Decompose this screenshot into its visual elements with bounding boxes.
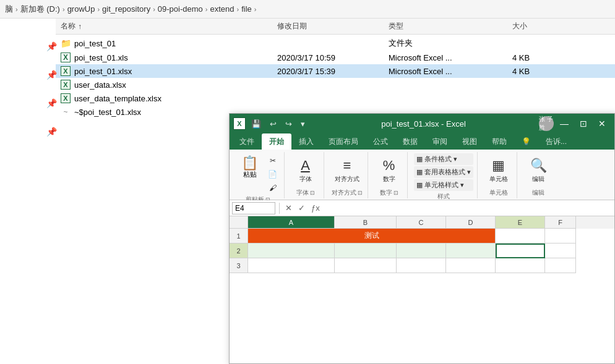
cell-f1[interactable] <box>545 229 576 243</box>
col-type[interactable]: 类型 <box>389 21 512 32</box>
editing-button[interactable]: 🔍 编辑 <box>525 155 552 186</box>
col-size[interactable]: 大小 <box>512 21 574 32</box>
cut-button[interactable]: ✂ <box>265 154 280 167</box>
tab-tell[interactable]: 告诉... <box>538 133 574 150</box>
cell-e2[interactable] <box>496 243 545 258</box>
paste-side-buttons: ✂ 📄 🖌 <box>265 153 280 194</box>
cell-b3[interactable] <box>335 258 397 273</box>
number-button[interactable]: % 数字 <box>376 155 403 186</box>
file-row-user-data[interactable]: X user_data.xlsx <box>56 78 615 91</box>
cell-a1[interactable]: 测试 <box>248 229 496 243</box>
col-header-f[interactable]: F <box>545 216 576 229</box>
file-row-xls[interactable]: X poi_test_01.xls 2020/3/17 10:59 Micros… <box>56 51 615 64</box>
tab-data[interactable]: 数据 <box>395 133 425 150</box>
redo-btn[interactable]: ↪ <box>282 118 295 130</box>
xlsx-icon: X <box>61 66 71 76</box>
copy-button[interactable]: 📄 <box>265 168 280 180</box>
row-header-3[interactable]: 3 <box>230 258 248 273</box>
breadcrumb-sep-2: › <box>62 6 65 13</box>
alignment-group-label: 对齐方式 ⊡ <box>332 188 363 197</box>
tab-view[interactable]: 视图 <box>455 133 484 150</box>
cell-style-button[interactable]: ▦ 单元格样式 ▾ <box>414 179 473 191</box>
tab-file[interactable]: 文件 <box>232 133 262 150</box>
tab-home[interactable]: 开始 <box>262 133 291 150</box>
tab-light[interactable]: 💡 <box>514 133 538 150</box>
cells-icon: ▦ <box>492 158 505 174</box>
formula-input[interactable] <box>324 202 612 214</box>
tab-page-layout[interactable]: 页面布局 <box>321 133 366 150</box>
col-header-b[interactable]: B <box>335 216 397 229</box>
col-header-d[interactable]: D <box>446 216 496 229</box>
insert-function-btn[interactable]: ƒx <box>309 203 322 213</box>
font-button[interactable]: A 字体 <box>292 155 319 186</box>
undo-btn[interactable]: ↩ <box>267 118 280 130</box>
pin-icon-1[interactable]: 📌 <box>42 37 61 56</box>
close-btn[interactable]: ✕ <box>593 117 611 130</box>
pin-icon-4[interactable]: 📌 <box>42 122 61 141</box>
cells-area: 测试 <box>248 229 614 363</box>
col-name[interactable]: 名称 ↑ <box>61 21 277 32</box>
corner-cell <box>230 216 248 229</box>
cell-f3[interactable] <box>545 258 576 273</box>
spreadsheet-body: 1 2 3 测试 <box>230 229 614 363</box>
row-header-1[interactable]: 1 <box>230 229 248 243</box>
file-size: 4 KB <box>512 67 574 76</box>
number-group-label: 数字 ⊡ <box>380 188 398 197</box>
cells-button[interactable]: ▦ 单元格 <box>485 155 512 186</box>
tab-formula[interactable]: 公式 <box>366 133 395 150</box>
qat-dropdown-btn[interactable]: ▾ <box>298 118 308 130</box>
cancel-formula-btn[interactable]: ✕ <box>283 203 294 213</box>
breadcrumb-item-file[interactable]: file <box>241 4 252 14</box>
file-name: poi_test_01 <box>74 39 116 48</box>
col-header-e[interactable]: E <box>496 216 545 229</box>
cell-d2[interactable] <box>446 243 496 258</box>
cells-group-content: ▦ 单元格 <box>485 153 512 187</box>
cell-ref-box[interactable]: E4 <box>232 202 275 214</box>
confirm-formula-btn[interactable]: ✓ <box>296 203 307 213</box>
breadcrumb-item-brain[interactable]: 脑 <box>5 4 13 15</box>
tab-help[interactable]: 帮助 <box>484 133 514 150</box>
cell-a2[interactable] <box>248 243 335 258</box>
col-header-a[interactable]: A <box>248 216 335 229</box>
alignment-expand-icon[interactable]: ⊡ <box>358 190 363 196</box>
col-header-c[interactable]: C <box>397 216 446 229</box>
alignment-group: ≡ 对齐方式 对齐方式 ⊡ <box>327 152 368 198</box>
cell-c2[interactable] <box>397 243 446 258</box>
tab-insert[interactable]: 插入 <box>291 133 321 150</box>
cell-row-2 <box>248 243 614 258</box>
cell-a3[interactable] <box>248 258 335 273</box>
row-header-2[interactable]: 2 <box>230 243 248 258</box>
alignment-button[interactable]: ≡ 对齐方式 <box>330 155 364 186</box>
paste-button[interactable]: 📋 粘贴 <box>236 153 264 182</box>
breadcrumb-item-d[interactable]: 新加卷 (D:) <box>20 4 60 15</box>
file-row-xlsx-selected[interactable]: X poi_test_01.xlsx 2020/3/17 15:39 Micro… <box>56 64 615 78</box>
clipboard-group: 📋 粘贴 ✂ 📄 🖌 剪贴板 ⊡ <box>232 152 285 198</box>
table-format-button[interactable]: ▦ 套用表格格式 ▾ <box>414 166 473 178</box>
editing-icon: 🔍 <box>530 158 547 174</box>
cell-e1[interactable] <box>496 229 545 243</box>
save-quick-btn[interactable]: 💾 <box>248 118 264 130</box>
pin-icon-2[interactable]: 📌 <box>42 66 61 84</box>
breadcrumb-item-git[interactable]: git_repository <box>102 4 150 14</box>
breadcrumb-item-growup[interactable]: growUp <box>67 4 95 14</box>
styles-group-content: ▦ 条件格式 ▾ ▦ 套用表格格式 ▾ ▦ 单元格样式 ▾ <box>414 153 473 191</box>
file-row-user-template[interactable]: X user_data_template.xlsx <box>56 91 615 105</box>
number-expand-icon[interactable]: ⊡ <box>394 190 398 196</box>
cell-f2[interactable] <box>545 243 576 258</box>
format-painter-button[interactable]: 🖌 <box>265 182 280 194</box>
cell-e3[interactable] <box>496 258 545 273</box>
user-avatar[interactable]: 张 子胜 <box>539 116 554 131</box>
cell-c3[interactable] <box>397 258 446 273</box>
col-date[interactable]: 修改日期 <box>277 21 389 32</box>
cell-b2[interactable] <box>335 243 397 258</box>
restore-btn[interactable]: ⊡ <box>575 117 592 130</box>
conditional-format-button[interactable]: ▦ 条件格式 ▾ <box>414 153 473 165</box>
minimize-btn[interactable]: — <box>555 117 574 130</box>
font-expand-icon[interactable]: ⊡ <box>310 190 315 196</box>
pin-icon-3[interactable]: 📌 <box>42 94 61 112</box>
tab-review[interactable]: 审阅 <box>425 133 455 150</box>
file-row-folder[interactable]: 📁 poi_test_01 文件夹 <box>56 36 615 51</box>
breadcrumb-item-poi[interactable]: 09-poi-demo <box>158 4 203 14</box>
breadcrumb-item-extend[interactable]: extend <box>210 4 234 14</box>
cell-d3[interactable] <box>446 258 496 273</box>
